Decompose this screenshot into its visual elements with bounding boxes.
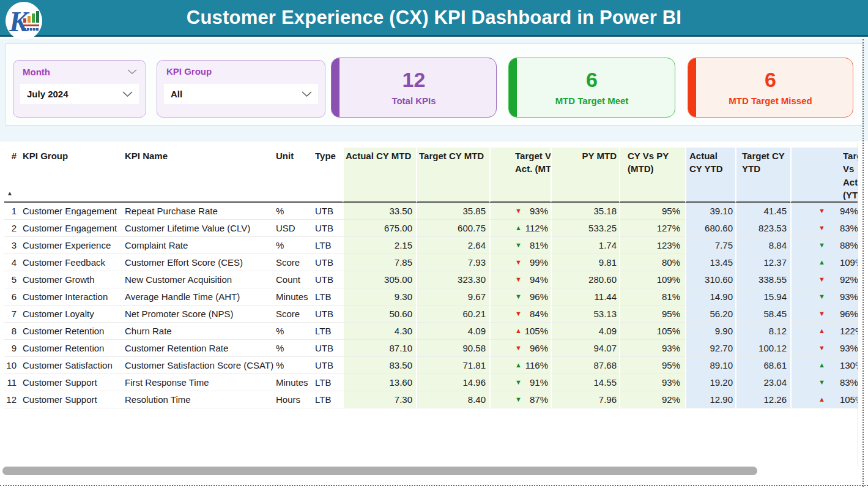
py-mtd-cell[interactable]: 4.09	[551, 323, 619, 340]
cy-vs-py-mtd-cell[interactable]: 127%	[619, 220, 685, 237]
cy-vs-py-mtd-cell[interactable]: 93%	[619, 374, 685, 391]
actual-cy-mtd-cell[interactable]: 87.10	[343, 340, 416, 357]
table-row[interactable]: 3Customer ExperienceComplaint Rate%LTB2.…	[4, 237, 858, 254]
table-row[interactable]: 10Customer SatisfactionCustomer Satisfac…	[4, 357, 858, 374]
kpi-group-cell[interactable]: Customer Interaction	[19, 288, 121, 306]
table-row[interactable]: 12Customer SupportResolution TimeHoursLT…	[4, 391, 858, 408]
column-header-kpi-name[interactable]: KPI Name	[121, 148, 274, 203]
row-number-cell[interactable]: 10	[4, 357, 19, 374]
target-vs-actual-ytd-cell[interactable]: ▼96%	[790, 306, 858, 323]
row-number-cell[interactable]: 1	[4, 203, 19, 220]
kpi-group-cell[interactable]: Customer Growth	[19, 271, 121, 288]
target-vs-actual-ytd-cell[interactable]: ▼92%	[790, 271, 858, 288]
py-mtd-cell[interactable]: 35.18	[551, 203, 619, 220]
target-vs-actual-mtd-cell[interactable]: ▼99%	[489, 254, 551, 271]
target-vs-actual-mtd-cell[interactable]: ▼96%	[489, 340, 551, 357]
month-dropdown[interactable]: July 2024	[20, 84, 139, 104]
target-cy-mtd-cell[interactable]: 35.85	[416, 203, 489, 220]
kpi-group-cell[interactable]: Customer Satisfaction	[19, 357, 121, 374]
cy-vs-py-mtd-cell[interactable]: 95%	[619, 203, 685, 220]
target-vs-actual-mtd-cell[interactable]: ▼96%	[489, 288, 551, 306]
py-mtd-cell[interactable]: 11.44	[551, 288, 619, 306]
kpi-group-cell[interactable]: Customer Engagement	[19, 203, 121, 220]
actual-cy-ytd-cell[interactable]: 9.90	[685, 323, 735, 340]
kpi-name-cell[interactable]: Customer Satisfaction Score (CSAT)	[121, 357, 274, 374]
column-header-cy-vs-py-mtd[interactable]: CY Vs PY (MTD)	[619, 148, 685, 203]
column-header-actual-cy-ytd[interactable]: Actual CY YTD	[685, 148, 735, 203]
table-row[interactable]: 7Customer LoyaltyNet Promoter Score (NPS…	[4, 306, 858, 323]
unit-cell[interactable]: %	[274, 340, 313, 357]
actual-cy-ytd-cell[interactable]: 7.75	[685, 237, 735, 254]
kpi-group-cell[interactable]: Customer Engagement	[19, 220, 121, 237]
actual-cy-ytd-cell[interactable]: 13.45	[685, 254, 735, 271]
horizontal-scrollbar[interactable]	[2, 467, 757, 475]
unit-cell[interactable]: Count	[274, 271, 313, 288]
target-cy-ytd-cell[interactable]: 12.37	[735, 254, 790, 271]
actual-cy-ytd-cell[interactable]: 680.60	[685, 220, 735, 237]
target-vs-actual-ytd-cell[interactable]: ▲122%	[790, 323, 858, 340]
cy-vs-py-mtd-cell[interactable]: 93%	[619, 340, 685, 357]
column-header-target-cy-ytd[interactable]: Target CY YTD	[735, 148, 790, 203]
table-row[interactable]: 2Customer EngagementCustomer Lifetime Va…	[4, 220, 858, 237]
target-cy-ytd-cell[interactable]: 100.12	[735, 340, 790, 357]
kpi-name-cell[interactable]: Net Promoter Score (NPS)	[121, 306, 274, 323]
target-vs-actual-mtd-cell[interactable]: ▼81%	[489, 237, 551, 254]
kpi-group-cell[interactable]: Customer Support	[19, 391, 121, 408]
kpi-name-cell[interactable]: Customer Lifetime Value (CLV)	[121, 220, 274, 237]
chevron-down-icon[interactable]	[122, 89, 133, 99]
py-mtd-cell[interactable]: 87.68	[551, 357, 619, 374]
py-mtd-cell[interactable]: 280.60	[551, 271, 619, 288]
actual-cy-mtd-cell[interactable]: 4.30	[343, 323, 416, 340]
row-number-cell[interactable]: 4	[4, 254, 19, 271]
cy-vs-py-mtd-cell[interactable]: 95%	[619, 357, 685, 374]
target-cy-ytd-cell[interactable]: 8.84	[735, 237, 790, 254]
row-number-cell[interactable]: 12	[4, 391, 19, 408]
target-vs-actual-mtd-cell[interactable]: ▲105%	[489, 323, 551, 340]
row-number-cell[interactable]: 5	[4, 271, 19, 288]
table-row[interactable]: 4Customer FeedbackCustomer Effort Score …	[4, 254, 858, 271]
target-cy-mtd-cell[interactable]: 60.21	[416, 306, 489, 323]
target-cy-mtd-cell[interactable]: 4.09	[416, 323, 489, 340]
target-vs-actual-mtd-cell[interactable]: ▼93%	[489, 203, 551, 220]
column-header-target-cy-mtd[interactable]: Target CY MTD	[416, 148, 489, 203]
actual-cy-mtd-cell[interactable]: 305.00	[343, 271, 416, 288]
cy-vs-py-mtd-cell[interactable]: 81%	[619, 288, 685, 306]
type-cell[interactable]: UTB	[313, 271, 343, 288]
kpi-group-cell[interactable]: Customer Loyalty	[19, 306, 121, 323]
table-row[interactable]: 8Customer RetentionChurn Rate%LTB4.304.0…	[4, 323, 858, 340]
kpi-name-cell[interactable]: Customer Retention Rate	[121, 340, 274, 357]
column-header-target-vs-actual-ytd[interactable]: Target Vs Act. (YTD)	[790, 148, 858, 203]
cy-vs-py-mtd-cell[interactable]: 105%	[619, 323, 685, 340]
type-cell[interactable]: UTB	[313, 306, 343, 323]
target-cy-ytd-cell[interactable]: 41.45	[735, 203, 790, 220]
unit-cell[interactable]: Minutes	[274, 374, 313, 391]
actual-cy-mtd-cell[interactable]: 33.50	[343, 203, 416, 220]
row-number-cell[interactable]: 7	[4, 306, 19, 323]
column-header-unit[interactable]: Unit	[274, 148, 313, 203]
py-mtd-cell[interactable]: 53.13	[551, 306, 619, 323]
kpi-group-cell[interactable]: Customer Feedback	[19, 254, 121, 271]
column-header-kpi-group[interactable]: KPI Group	[19, 148, 121, 203]
unit-cell[interactable]: Score	[274, 254, 313, 271]
actual-cy-mtd-cell[interactable]: 675.00	[343, 220, 416, 237]
table-row[interactable]: 11Customer SupportFirst Response TimeMin…	[4, 374, 858, 391]
cy-vs-py-mtd-cell[interactable]: 123%	[619, 237, 685, 254]
kpi-name-cell[interactable]: Repeat Purchase Rate	[121, 203, 274, 220]
target-cy-mtd-cell[interactable]: 9.67	[416, 288, 489, 306]
actual-cy-ytd-cell[interactable]: 92.70	[685, 340, 735, 357]
unit-cell[interactable]: %	[274, 203, 313, 220]
kpi-group-cell[interactable]: Customer Support	[19, 374, 121, 391]
type-cell[interactable]: LTB	[313, 374, 343, 391]
py-mtd-cell[interactable]: 7.96	[551, 391, 619, 408]
actual-cy-ytd-cell[interactable]: 89.10	[685, 357, 735, 374]
kpi-group-cell[interactable]: Customer Retention	[19, 340, 121, 357]
target-vs-actual-ytd-cell[interactable]: ▼94%	[790, 203, 858, 220]
type-cell[interactable]: LTB	[313, 288, 343, 306]
target-vs-actual-ytd-cell[interactable]: ▼88%	[790, 237, 858, 254]
sort-ascending-icon[interactable]: ▲	[7, 189, 13, 198]
actual-cy-ytd-cell[interactable]: 12.90	[685, 391, 735, 408]
actual-cy-mtd-cell[interactable]: 13.60	[343, 374, 416, 391]
column-header-number[interactable]: # ▲	[4, 148, 19, 203]
column-header-type[interactable]: Type	[313, 148, 343, 203]
target-vs-actual-ytd-cell[interactable]: ▲130%	[790, 357, 858, 374]
